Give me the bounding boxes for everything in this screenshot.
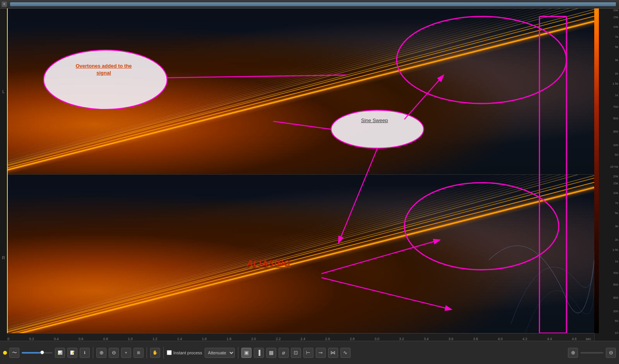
freq-label-700: 700 (613, 105, 618, 108)
freq-label-3k-b: 3k (615, 225, 618, 228)
svg-line-7 (7, 9, 568, 162)
time-tick-18: 1.8 (227, 337, 232, 341)
time-tick-44: 4.4 (547, 337, 552, 341)
view-mode-btn1[interactable]: ▐ (254, 348, 264, 358)
spectrogram-container[interactable] (7, 9, 594, 341)
zoom-out-right[interactable]: ⊖ (606, 348, 616, 358)
svg-line-10 (7, 9, 542, 158)
hand-tool-button[interactable]: ✋ (150, 348, 160, 358)
sweep-lines-top (7, 9, 594, 174)
freq-label-10k: 10k (613, 25, 618, 29)
freq-label-5k: 5k (615, 45, 618, 48)
view-mode-btn3[interactable]: ⌀ (279, 348, 289, 358)
sep4 (238, 347, 238, 359)
view-mode-btn4[interactable]: ⊡ (291, 348, 301, 358)
playhead (7, 9, 8, 333)
sweep-lines-bottom (7, 175, 594, 341)
freq-label-2k: 2k (615, 71, 618, 75)
svg-line-23 (7, 178, 594, 332)
svg-line-34 (7, 175, 506, 320)
freq-label-7k-b: 7k (615, 201, 618, 205)
channel-top[interactable] (7, 9, 594, 175)
svg-line-19 (7, 21, 594, 170)
close-button[interactable]: × (2, 2, 7, 7)
freq-label-300: 300 (613, 130, 618, 133)
instant-process-checkbox[interactable] (167, 350, 172, 355)
freq-label-5k-b: 5k (615, 211, 618, 214)
svg-line-4 (7, 9, 594, 165)
time-tick-28: 2.8 (350, 337, 355, 341)
svg-line-24 (7, 175, 594, 332)
freq-label-700-b: 700 (613, 271, 618, 274)
freq-label-15k: 15k (613, 15, 618, 19)
freq-label-500: 500 (613, 116, 618, 120)
time-ruler: 0.0 0.2 0.4 0.6 0.8 1.0 1.2 1.4 1.6 1.8 … (7, 333, 594, 341)
time-tick-36: 3.6 (448, 337, 453, 341)
freq-label-300-b: 300 (613, 296, 618, 299)
zoom-out-button[interactable]: ⊖ (109, 348, 119, 358)
svg-line-9 (7, 9, 551, 160)
time-tick-42: 4.2 (523, 337, 528, 341)
zoom-fit-button[interactable]: ⌖ (121, 348, 131, 358)
svg-line-28 (7, 175, 559, 327)
freq-label-10k-b: 10k (613, 191, 618, 195)
view-mode-btn5[interactable]: ⊢ (303, 348, 313, 358)
zoom-level-slider[interactable] (580, 352, 604, 354)
svg-line-27 (7, 175, 568, 328)
select-mode-btn[interactable]: ▣ (241, 348, 251, 358)
waveform-view-button[interactable]: 📊 (55, 348, 65, 358)
freq-label-50-b: 50 (615, 319, 618, 323)
top-scrollbar[interactable] (10, 2, 616, 6)
right-scale-column: 20k 15k 10k 7k 5k 3k 2k 1.5k 1k 700 500 … (594, 9, 619, 341)
svg-line-14 (7, 9, 506, 154)
time-tick-20: 2.0 (251, 337, 256, 341)
time-tick-14: 1.4 (177, 337, 182, 341)
freq-label-2k-b: 2k (615, 238, 618, 241)
svg-line-29 (7, 175, 551, 326)
zoom-in-right[interactable]: ⊕ (568, 348, 578, 358)
time-tick-32: 3.2 (399, 337, 404, 341)
notes-button[interactable]: 📝 (67, 348, 77, 358)
sep2 (147, 347, 147, 359)
view-mode-btn6[interactable]: ⊸ (316, 348, 326, 358)
svg-line-33 (7, 175, 515, 321)
svg-line-26 (7, 175, 577, 329)
svg-line-32 (7, 175, 524, 323)
view-mode-btn7[interactable]: ⋈ (328, 348, 338, 358)
channel-bottom[interactable] (7, 175, 594, 341)
volume-slider[interactable] (22, 352, 53, 354)
channel-r-label: R (2, 255, 5, 260)
freq-label-15k-b: 15k (613, 181, 618, 185)
svg-line-11 (7, 9, 533, 157)
freq-label-100: 100 (613, 143, 618, 146)
freq-label-10hz: 10 Hz (610, 165, 618, 168)
freq-label-3k: 3k (615, 58, 618, 62)
zoom-sel-button[interactable]: ⊞ (133, 348, 144, 358)
zoom-in-button[interactable]: ⊕ (96, 348, 106, 358)
volume-thumb (40, 350, 44, 354)
svg-line-15 (7, 9, 498, 153)
time-tick-02: 0.2 (29, 337, 34, 341)
svg-line-3 (7, 12, 594, 166)
time-tick-0: 0.0 (7, 337, 9, 341)
view-mode-btn2[interactable]: ▩ (266, 348, 276, 358)
svg-line-25 (7, 175, 585, 330)
attenuate-select[interactable]: Attenuate Boost Cut Filter (205, 348, 235, 358)
svg-line-8 (7, 9, 559, 161)
view-mode-btn8[interactable]: ∿ (340, 348, 351, 358)
freq-label-7k: 7k (615, 35, 618, 39)
sep1 (93, 347, 93, 359)
svg-line-17 (7, 9, 480, 151)
left-label-column: L R (0, 9, 7, 341)
time-tick-08: 0.8 (103, 337, 108, 341)
svg-line-6 (7, 9, 577, 163)
svg-line-35 (7, 175, 498, 320)
time-tick-26: 2.6 (325, 337, 330, 341)
time-tick-40: 4.0 (498, 337, 503, 341)
time-tick-22: 2.2 (276, 337, 281, 341)
freq-label-15k2: 1.5k (612, 82, 618, 85)
waveform-icon-btn[interactable]: 〜 (9, 348, 19, 358)
info-button[interactable]: ℹ (80, 348, 90, 358)
freq-label-100-b: 100 (613, 309, 618, 313)
time-tick-10: 1.0 (128, 337, 133, 341)
